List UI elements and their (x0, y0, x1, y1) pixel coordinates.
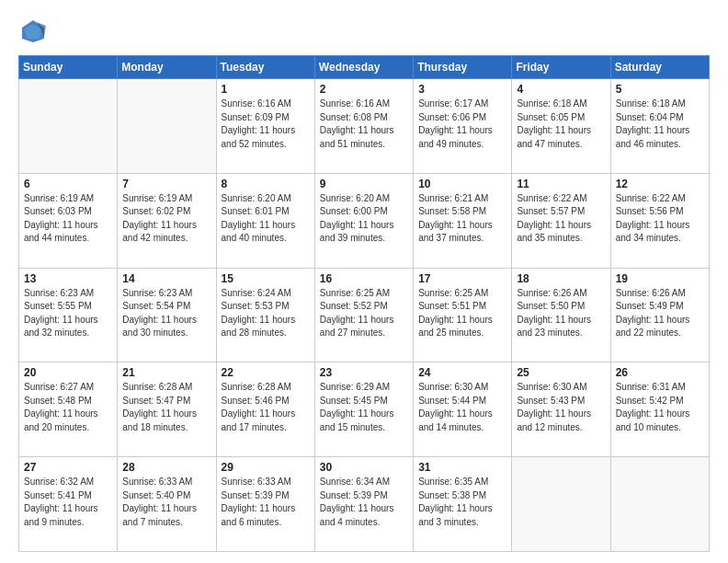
day-info: Sunrise: 6:27 AM Sunset: 5:48 PM Dayligh… (24, 381, 112, 434)
day-number: 28 (122, 461, 210, 474)
table-row: 22Sunrise: 6:28 AM Sunset: 5:46 PM Dayli… (216, 362, 314, 457)
table-row: 26Sunrise: 6:31 AM Sunset: 5:42 PM Dayli… (610, 362, 709, 457)
day-number: 14 (122, 272, 210, 285)
day-number: 30 (320, 461, 408, 474)
day-info: Sunrise: 6:22 AM Sunset: 5:56 PM Dayligh… (616, 192, 704, 246)
col-header-monday: Monday (118, 56, 216, 79)
day-number: 23 (320, 366, 408, 379)
table-row: 2Sunrise: 6:16 AM Sunset: 6:08 PM Daylig… (314, 79, 413, 174)
table-row: 29Sunrise: 6:33 AM Sunset: 5:39 PM Dayli… (216, 457, 314, 552)
logo (18, 17, 50, 46)
day-number: 29 (222, 461, 310, 474)
day-number: 11 (517, 178, 605, 190)
day-info: Sunrise: 6:18 AM Sunset: 6:05 PM Dayligh… (517, 98, 605, 151)
day-info: Sunrise: 6:26 AM Sunset: 5:50 PM Dayligh… (517, 287, 605, 340)
table-row: 5Sunrise: 6:18 AM Sunset: 6:04 PM Daylig… (610, 79, 709, 174)
day-info: Sunrise: 6:30 AM Sunset: 5:44 PM Dayligh… (418, 381, 506, 434)
day-info: Sunrise: 6:30 AM Sunset: 5:43 PM Dayligh… (517, 381, 605, 434)
table-row: 3Sunrise: 6:17 AM Sunset: 6:06 PM Daylig… (414, 79, 512, 174)
day-info: Sunrise: 6:25 AM Sunset: 5:52 PM Dayligh… (320, 287, 408, 340)
day-info: Sunrise: 6:33 AM Sunset: 5:40 PM Dayligh… (122, 476, 210, 529)
day-number: 3 (418, 83, 506, 96)
col-header-tuesday: Tuesday (216, 56, 314, 79)
day-number: 10 (418, 178, 506, 190)
table-row (118, 79, 216, 174)
day-number: 24 (418, 366, 506, 379)
day-number: 22 (222, 366, 310, 379)
day-number: 13 (24, 272, 112, 285)
day-info: Sunrise: 6:28 AM Sunset: 5:47 PM Dayligh… (122, 381, 210, 434)
table-row: 6Sunrise: 6:19 AM Sunset: 6:03 PM Daylig… (19, 173, 118, 268)
table-row: 10Sunrise: 6:21 AM Sunset: 5:58 PM Dayli… (414, 173, 512, 268)
table-row: 14Sunrise: 6:23 AM Sunset: 5:54 PM Dayli… (118, 268, 216, 362)
table-row (19, 79, 118, 174)
day-number: 25 (517, 366, 605, 379)
day-info: Sunrise: 6:32 AM Sunset: 5:41 PM Dayligh… (24, 476, 112, 529)
day-info: Sunrise: 6:34 AM Sunset: 5:39 PM Dayligh… (320, 476, 408, 529)
day-info: Sunrise: 6:19 AM Sunset: 6:02 PM Dayligh… (122, 192, 210, 246)
day-info: Sunrise: 6:20 AM Sunset: 6:00 PM Dayligh… (320, 192, 408, 246)
day-number: 26 (616, 366, 704, 379)
day-info: Sunrise: 6:33 AM Sunset: 5:39 PM Dayligh… (222, 476, 310, 529)
table-row (610, 457, 709, 552)
day-info: Sunrise: 6:16 AM Sunset: 6:08 PM Dayligh… (320, 98, 408, 151)
day-info: Sunrise: 6:16 AM Sunset: 6:09 PM Dayligh… (222, 98, 310, 151)
day-info: Sunrise: 6:29 AM Sunset: 5:45 PM Dayligh… (320, 381, 408, 434)
col-header-saturday: Saturday (610, 56, 709, 79)
table-row: 23Sunrise: 6:29 AM Sunset: 5:45 PM Dayli… (314, 362, 413, 457)
day-number: 15 (222, 272, 310, 285)
table-row: 30Sunrise: 6:34 AM Sunset: 5:39 PM Dayli… (314, 457, 413, 552)
day-info: Sunrise: 6:28 AM Sunset: 5:46 PM Dayligh… (222, 381, 310, 434)
day-info: Sunrise: 6:24 AM Sunset: 5:53 PM Dayligh… (222, 287, 310, 340)
col-header-wednesday: Wednesday (314, 56, 413, 79)
day-number: 6 (24, 178, 112, 190)
table-row: 24Sunrise: 6:30 AM Sunset: 5:44 PM Dayli… (414, 362, 512, 457)
logo-icon (18, 17, 48, 46)
table-row: 1Sunrise: 6:16 AM Sunset: 6:09 PM Daylig… (216, 79, 314, 174)
table-row: 7Sunrise: 6:19 AM Sunset: 6:02 PM Daylig… (118, 173, 216, 268)
day-info: Sunrise: 6:23 AM Sunset: 5:54 PM Dayligh… (122, 287, 210, 340)
table-row: 19Sunrise: 6:26 AM Sunset: 5:49 PM Dayli… (610, 268, 709, 362)
day-info: Sunrise: 6:19 AM Sunset: 6:03 PM Dayligh… (24, 192, 112, 246)
day-number: 7 (122, 178, 210, 190)
day-number: 9 (320, 178, 408, 190)
table-row: 4Sunrise: 6:18 AM Sunset: 6:05 PM Daylig… (512, 79, 610, 174)
day-number: 5 (616, 83, 704, 96)
day-number: 17 (418, 272, 506, 285)
col-header-friday: Friday (512, 56, 610, 79)
col-header-thursday: Thursday (414, 56, 512, 79)
day-number: 19 (616, 272, 704, 285)
day-number: 8 (222, 178, 310, 190)
table-row: 12Sunrise: 6:22 AM Sunset: 5:56 PM Dayli… (610, 173, 709, 268)
table-row: 25Sunrise: 6:30 AM Sunset: 5:43 PM Dayli… (512, 362, 610, 457)
table-row: 31Sunrise: 6:35 AM Sunset: 5:38 PM Dayli… (414, 457, 512, 552)
table-row: 18Sunrise: 6:26 AM Sunset: 5:50 PM Dayli… (512, 268, 610, 362)
day-number: 12 (616, 178, 704, 190)
day-number: 20 (24, 366, 112, 379)
day-info: Sunrise: 6:23 AM Sunset: 5:55 PM Dayligh… (24, 287, 112, 340)
table-row: 9Sunrise: 6:20 AM Sunset: 6:00 PM Daylig… (314, 173, 413, 268)
day-info: Sunrise: 6:20 AM Sunset: 6:01 PM Dayligh… (222, 192, 310, 246)
day-number: 31 (418, 461, 506, 474)
table-row: 11Sunrise: 6:22 AM Sunset: 5:57 PM Dayli… (512, 173, 610, 268)
table-row: 13Sunrise: 6:23 AM Sunset: 5:55 PM Dayli… (19, 268, 118, 362)
day-number: 1 (222, 83, 310, 96)
day-number: 4 (517, 83, 605, 96)
day-info: Sunrise: 6:21 AM Sunset: 5:58 PM Dayligh… (418, 192, 506, 246)
day-info: Sunrise: 6:25 AM Sunset: 5:51 PM Dayligh… (418, 287, 506, 340)
day-info: Sunrise: 6:26 AM Sunset: 5:49 PM Dayligh… (616, 287, 704, 340)
table-row (512, 457, 610, 552)
day-number: 18 (517, 272, 605, 285)
table-row: 21Sunrise: 6:28 AM Sunset: 5:47 PM Dayli… (118, 362, 216, 457)
table-row: 28Sunrise: 6:33 AM Sunset: 5:40 PM Dayli… (118, 457, 216, 552)
table-row: 17Sunrise: 6:25 AM Sunset: 5:51 PM Dayli… (414, 268, 512, 362)
col-header-sunday: Sunday (19, 56, 118, 79)
day-info: Sunrise: 6:31 AM Sunset: 5:42 PM Dayligh… (616, 381, 704, 434)
table-row: 20Sunrise: 6:27 AM Sunset: 5:48 PM Dayli… (19, 362, 118, 457)
day-number: 27 (24, 461, 112, 474)
page: SundayMondayTuesdayWednesdayThursdayFrid… (0, 0, 728, 563)
header (18, 17, 710, 46)
day-info: Sunrise: 6:18 AM Sunset: 6:04 PM Dayligh… (616, 98, 704, 151)
day-number: 21 (122, 366, 210, 379)
day-info: Sunrise: 6:17 AM Sunset: 6:06 PM Dayligh… (418, 98, 506, 151)
